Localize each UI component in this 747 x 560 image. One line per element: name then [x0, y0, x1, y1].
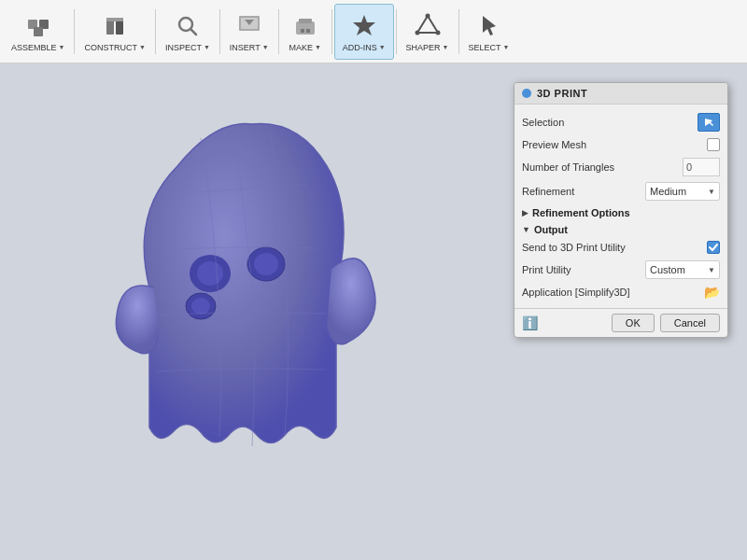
insert-label: INSERT ▼ — [230, 43, 269, 52]
assemble-icon — [23, 11, 53, 41]
sep-2 — [155, 9, 156, 54]
svg-rect-2 — [34, 27, 43, 36]
preview-mesh-label: Preview Mesh — [522, 139, 707, 150]
application-control: 📂 — [704, 285, 720, 300]
toolbar-make[interactable]: MAKE ▼ — [281, 4, 330, 60]
insert-icon — [234, 11, 264, 41]
construct-label: CONSTRUCT ▼ — [84, 43, 145, 52]
dialog-footer: ℹ️ OK Cancel — [514, 308, 727, 337]
output-section-header[interactable]: ▼ Output — [522, 220, 720, 237]
output-section-label: Output — [534, 224, 568, 235]
svg-rect-14 — [306, 29, 310, 33]
svg-line-7 — [190, 29, 196, 35]
toolbar-assemble[interactable]: ASSEMBLE ▼ — [4, 4, 72, 60]
toolbar-addins[interactable]: ADD-INS ▼ — [334, 4, 394, 60]
preview-mesh-row: Preview Mesh — [522, 134, 720, 155]
3d-model-viewport[interactable] — [56, 91, 411, 521]
inspect-icon — [173, 11, 203, 41]
svg-point-24 — [197, 261, 223, 286]
main-viewport: 3D PRINT Selection Preview Mesh — [0, 63, 747, 560]
svg-point-17 — [425, 13, 430, 18]
toolbar-construct[interactable]: CONSTRUCT ▼ — [77, 4, 152, 60]
svg-marker-27 — [705, 119, 713, 126]
sep-7 — [458, 9, 459, 54]
svg-point-26 — [191, 298, 210, 315]
dialog-body: Selection Preview Mesh Number — [514, 105, 727, 308]
toolbar-insert[interactable]: INSERT ▼ — [222, 4, 276, 60]
num-triangles-row: Number of Triangles — [522, 155, 720, 179]
send-to-row: Send to 3D Print Utility — [522, 237, 720, 258]
sep-3 — [219, 9, 220, 54]
select-label: SELECT ▼ — [469, 43, 510, 52]
refinement-arrow: ▼ — [708, 188, 715, 196]
svg-point-19 — [415, 30, 419, 35]
refinement-label: Refinement — [522, 186, 645, 197]
refinement-options-arrow: ▶ — [522, 208, 529, 217]
refinement-control: Medium ▼ — [645, 182, 720, 201]
refinement-value: Medium — [650, 186, 704, 197]
dialog-titlebar: 3D PRINT — [514, 83, 727, 105]
select-icon — [474, 11, 504, 41]
send-to-control — [707, 241, 720, 254]
selection-row: Selection — [522, 110, 720, 134]
preview-mesh-checkbox[interactable] — [707, 138, 720, 151]
inspect-label: INSPECT ▼ — [165, 43, 210, 52]
ok-button[interactable]: OK — [612, 314, 655, 332]
num-triangles-label: Number of Triangles — [522, 161, 683, 173]
refinement-options-label: Refinement Options — [532, 207, 630, 218]
selection-control — [698, 113, 720, 132]
shaper-icon — [413, 11, 443, 41]
sep-6 — [396, 9, 397, 54]
svg-point-18 — [435, 30, 440, 35]
svg-rect-12 — [299, 19, 312, 23]
print-utility-dropdown[interactable]: Custom ▼ — [645, 260, 720, 279]
sep-1 — [74, 9, 75, 54]
svg-rect-11 — [296, 21, 315, 35]
print-utility-value: Custom — [650, 264, 704, 275]
sep-4 — [278, 9, 279, 54]
dialog-title: 3D PRINT — [537, 88, 587, 99]
svg-rect-13 — [301, 29, 304, 33]
dialog-indicator — [522, 89, 531, 98]
toolbar-shaper[interactable]: SHAPER ▼ — [399, 4, 457, 60]
toolbar-inspect[interactable]: INSPECT ▼ — [158, 4, 218, 60]
print-utility-label: Print Utility — [522, 264, 645, 275]
print-utility-arrow: ▼ — [708, 266, 715, 274]
num-triangles-input[interactable] — [683, 158, 720, 176]
selection-label: Selection — [522, 117, 698, 128]
sep-5 — [331, 9, 332, 54]
addins-icon — [349, 11, 379, 41]
refinement-dropdown[interactable]: Medium ▼ — [645, 182, 720, 201]
folder-icon[interactable]: 📂 — [704, 285, 720, 300]
svg-rect-5 — [106, 18, 123, 21]
selection-button[interactable] — [698, 113, 720, 132]
print-utility-control: Custom ▼ — [645, 260, 720, 279]
preview-mesh-control — [707, 138, 720, 151]
num-triangles-control — [683, 158, 720, 176]
print-utility-row: Print Utility Custom ▼ — [522, 258, 720, 282]
info-icon: ℹ️ — [522, 315, 538, 330]
svg-marker-16 — [417, 16, 438, 33]
toolbar: ASSEMBLE ▼ CONSTRUCT ▼ INSPECT — [0, 0, 747, 63]
addins-label: ADD-INS ▼ — [343, 43, 386, 52]
svg-marker-20 — [483, 16, 496, 35]
shaper-label: SHAPER ▼ — [406, 43, 449, 52]
assemble-label: ASSEMBLE ▼ — [11, 43, 64, 52]
refinement-row: Refinement Medium ▼ — [522, 179, 720, 203]
application-label: Application [Simplify3D] — [522, 287, 704, 298]
application-row: Application [Simplify3D] 📂 — [522, 282, 720, 302]
cancel-button[interactable]: Cancel — [660, 314, 720, 332]
refinement-options-section[interactable]: ▶ Refinement Options — [522, 203, 720, 220]
make-icon — [290, 11, 320, 41]
ghost-svg — [65, 101, 402, 511]
send-to-checkbox[interactable] — [707, 241, 720, 254]
output-section-arrow: ▼ — [522, 225, 530, 234]
construct-icon — [100, 11, 130, 41]
svg-point-25 — [254, 253, 278, 275]
make-label: MAKE ▼ — [289, 43, 320, 52]
toolbar-select[interactable]: SELECT ▼ — [461, 4, 517, 60]
svg-marker-15 — [353, 15, 375, 35]
send-to-label: Send to 3D Print Utility — [522, 242, 707, 253]
3d-print-dialog: 3D PRINT Selection Preview Mesh — [514, 82, 728, 338]
